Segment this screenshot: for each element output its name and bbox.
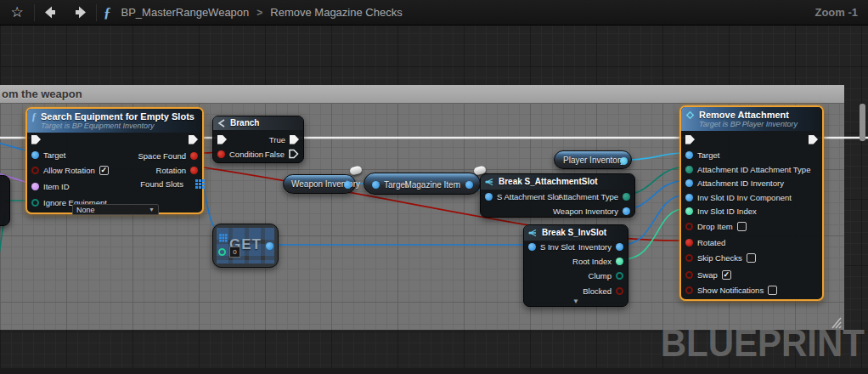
comment-header[interactable]: om the weapon xyxy=(0,85,844,103)
vertical-scrollbar-thumb[interactable] xyxy=(860,104,865,141)
node-player-inventory-variable[interactable]: Player Inventory xyxy=(554,150,632,169)
breadcrumb-current[interactable]: Remove Magazine Checks xyxy=(270,6,402,19)
collapse-arrow-icon[interactable]: ▼ xyxy=(524,298,628,305)
node-title: Break S_AttachmentSlot xyxy=(499,177,598,187)
node-remove-attachment[interactable]: Remove Attachment Target is BP Player In… xyxy=(679,105,824,301)
exec-in-pin[interactable] xyxy=(685,135,695,144)
node-search-equipment-for-empty-slots[interactable]: ƒ Search Equipment for Empty Slots Targe… xyxy=(25,107,204,214)
drop-item-checkbox[interactable] xyxy=(737,222,747,231)
star-icon: ☆ xyxy=(10,5,23,20)
false-exec-pin[interactable] xyxy=(289,149,299,159)
blueprint-watermark: BLUEPRINT xyxy=(661,322,865,365)
node-break-s-attachmentslot[interactable]: Break S_AttachmentSlot S Attachment Slot… xyxy=(480,173,635,218)
target-input-pin[interactable] xyxy=(372,181,380,189)
rotated-pin[interactable] xyxy=(685,239,693,246)
blueprint-editor: om the weapon BLUEPRINT xyxy=(0,0,868,374)
function-icon: ƒ xyxy=(104,4,111,21)
exec-out-pin[interactable] xyxy=(809,135,818,144)
clump-pin[interactable] xyxy=(616,272,623,280)
break-struct-icon xyxy=(528,229,538,237)
favorite-star-button[interactable]: ☆ xyxy=(7,3,27,23)
node-offscreen-partial[interactable] xyxy=(0,175,10,226)
breadcrumb: BP_MasterRangeWeapon > Remove Magazine C… xyxy=(121,6,403,19)
weapon-inventory-pin[interactable] xyxy=(623,207,630,215)
node-break-s-invslot[interactable]: Break S_InvSlot S Inv Slot Inventory Roo… xyxy=(523,224,628,307)
element-output-pin[interactable] xyxy=(266,242,273,250)
s-inv-slot-pin[interactable] xyxy=(528,243,536,251)
node-title: Branch xyxy=(230,118,259,128)
root-index-pin[interactable] xyxy=(616,258,623,265)
node-branch[interactable]: Branch Condition True False xyxy=(212,116,304,163)
s-attachment-slot-pin[interactable] xyxy=(485,193,493,201)
space-found-pin[interactable] xyxy=(190,152,198,160)
toolbar: ☆ ƒ BP_MasterRangeWeapon > Remove Magazi… xyxy=(0,0,868,26)
node-get-array-item[interactable]: GET 0 xyxy=(212,224,279,268)
dropdown-arrow-icon: ▼ xyxy=(149,207,155,212)
break-struct-icon xyxy=(485,178,494,186)
ignore-equipment-pin[interactable] xyxy=(31,199,39,207)
inv-slot-id-index-pin[interactable] xyxy=(685,207,693,215)
allow-rotation-checkbox[interactable]: ✓ xyxy=(99,166,109,175)
breadcrumb-root[interactable]: BP_MasterRangeWeapon xyxy=(121,6,250,19)
item-id-pin[interactable] xyxy=(31,183,39,190)
node-title: Search Equipment for Empty Slots xyxy=(41,111,194,122)
skip-checks-pin[interactable] xyxy=(685,254,693,262)
toolbar-divider xyxy=(34,4,35,21)
swap-pin[interactable] xyxy=(685,271,693,279)
blocked-pin[interactable] xyxy=(616,287,623,295)
node-title: Break S_InvSlot xyxy=(542,228,606,238)
show-notifications-pin[interactable] xyxy=(685,286,693,294)
attachment-id-attachment-type-pin[interactable] xyxy=(685,166,693,173)
ignore-equipment-dropdown[interactable]: None ▼ xyxy=(72,204,159,215)
attachment-id-inventory-pin[interactable] xyxy=(685,179,693,187)
comment-title: om the weapon xyxy=(2,88,82,100)
condition-pin[interactable] xyxy=(217,150,225,158)
canvas-bottom-strip xyxy=(0,368,868,374)
target-pin[interactable] xyxy=(31,151,39,159)
node-subtitle: Target is BP Equipment Inventory xyxy=(41,122,194,130)
forward-arrow-icon xyxy=(70,6,87,19)
magazine-item-output-pin[interactable] xyxy=(465,181,473,189)
back-arrow-icon xyxy=(43,6,60,19)
back-button[interactable] xyxy=(42,3,62,23)
branch-icon xyxy=(217,119,226,128)
node-subtitle: Target is BP Player Inventory xyxy=(699,120,798,128)
drop-item-pin[interactable] xyxy=(685,223,693,230)
forward-button[interactable] xyxy=(69,3,89,23)
show-notifications-checkbox[interactable] xyxy=(768,286,777,295)
rotation-pin[interactable] xyxy=(190,167,198,174)
exec-out-pin[interactable] xyxy=(189,135,198,144)
allow-rotation-pin[interactable] xyxy=(31,167,39,174)
zoom-level-indicator: Zoom -1 xyxy=(814,6,858,19)
function-diamond-icon xyxy=(685,110,695,120)
swap-checkbox[interactable]: ✓ xyxy=(722,270,731,280)
attachment-type-pin[interactable] xyxy=(623,193,630,201)
inventory-pin[interactable] xyxy=(616,243,623,251)
node-weapon-inventory-variable[interactable]: Weapon Inventory xyxy=(283,174,356,194)
skip-checks-checkbox[interactable] xyxy=(747,253,756,263)
target-pin[interactable] xyxy=(685,151,693,159)
weapon-inventory-output-pin[interactable] xyxy=(344,181,352,189)
breadcrumb-separator: > xyxy=(256,7,262,19)
true-exec-pin[interactable] xyxy=(290,135,299,144)
exec-in-pin[interactable] xyxy=(217,135,227,144)
toolbar-divider xyxy=(96,4,97,21)
exec-in-pin[interactable] xyxy=(31,135,41,144)
array-input-pin[interactable] xyxy=(219,234,222,236)
index-input-pin[interactable] xyxy=(218,248,226,256)
player-inventory-output-pin[interactable] xyxy=(620,157,628,165)
node-magazine-item-getter[interactable]: Target Magazine Item xyxy=(364,173,481,195)
found-slots-array-pin[interactable] xyxy=(195,179,198,182)
node-title: Remove Attachment xyxy=(699,110,798,120)
index-value-box[interactable]: 0 xyxy=(229,246,240,258)
function-icon: ƒ xyxy=(31,111,37,122)
inv-slot-id-inv-component-pin[interactable] xyxy=(685,194,693,201)
